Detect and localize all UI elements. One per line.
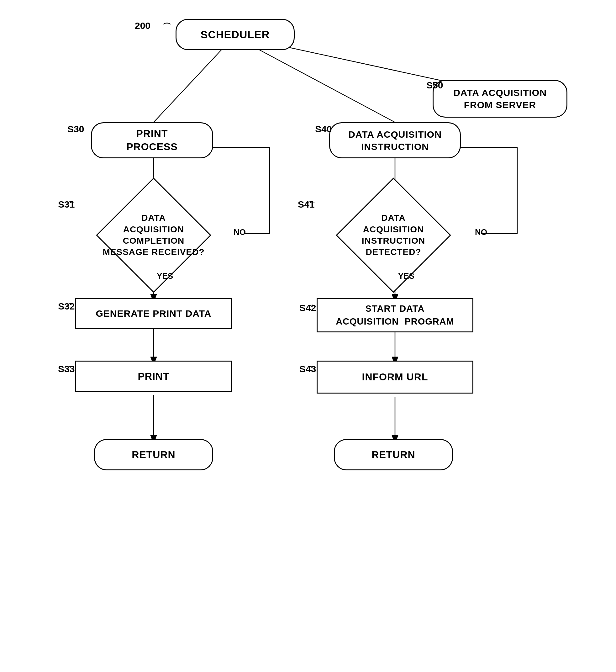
return-left-label: RETURN xyxy=(132,449,175,461)
generate-print-data-node: GENERATE PRINT DATA xyxy=(75,298,232,329)
return-right-label: RETURN xyxy=(371,449,415,461)
return-left-node: RETURN xyxy=(94,439,213,470)
label-s40: S40 xyxy=(315,124,332,134)
label-tilde-s31: ⌒ xyxy=(67,200,75,210)
start-data-acq-label: START DATAACQUISITION PROGRAM xyxy=(336,302,454,328)
data-acq-server-node: DATA ACQUISITIONFROM SERVER xyxy=(433,80,567,118)
generate-print-data-label: GENERATE PRINT DATA xyxy=(96,308,212,319)
label-tilde-s42: ⌒ xyxy=(308,303,316,313)
label-tilde-200: ⌒ xyxy=(162,21,171,33)
diamond-s31: DATAACQUISITIONCOMPLETIONMESSAGE RECEIVE… xyxy=(63,194,245,276)
print-process-node: PRINTPROCESS xyxy=(91,122,213,158)
diamond-s41: DATAACQUISITIONINSTRUCTIONDETECTED? xyxy=(306,194,481,276)
return-right-node: RETURN xyxy=(334,439,453,470)
data-acq-server-label: DATA ACQUISITIONFROM SERVER xyxy=(453,87,547,111)
data-acq-instruction-label: DATA ACQUISITIONINSTRUCTION xyxy=(348,128,442,153)
label-tilde-s41: ⌒ xyxy=(307,200,315,210)
yes-label-s41: YES xyxy=(398,271,414,281)
no-label-s41: NO xyxy=(475,227,487,237)
scheduler-label: SCHEDULER xyxy=(201,29,270,41)
scheduler-node: SCHEDULER xyxy=(176,19,295,50)
flowchart-diagram: SCHEDULER 200 ⌒ DATA ACQUISITIONFROM SER… xyxy=(0,0,616,672)
print-node: PRINT xyxy=(75,361,232,392)
svg-line-1 xyxy=(257,49,395,122)
print-label: PRINT xyxy=(138,371,170,382)
data-acq-instruction-node: DATA ACQUISITIONINSTRUCTION xyxy=(329,122,461,158)
label-tilde-s43: ⌒ xyxy=(308,365,316,375)
start-data-acq-node: START DATAACQUISITION PROGRAM xyxy=(317,298,473,332)
no-label-s31: NO xyxy=(234,227,246,237)
label-tilde-s50: ⌒ xyxy=(436,81,443,91)
label-s30: S30 xyxy=(67,124,84,134)
print-process-label: PRINTPROCESS xyxy=(126,127,177,153)
svg-line-0 xyxy=(154,49,223,122)
label-tilde-s33: ⌒ xyxy=(67,365,75,375)
label-tilde-s32: ⌒ xyxy=(67,302,75,312)
inform-url-label: INFORM URL xyxy=(362,371,428,383)
label-200: 200 xyxy=(135,20,150,31)
inform-url-node: INFORM URL xyxy=(317,361,473,394)
yes-label-s31: YES xyxy=(157,271,173,281)
